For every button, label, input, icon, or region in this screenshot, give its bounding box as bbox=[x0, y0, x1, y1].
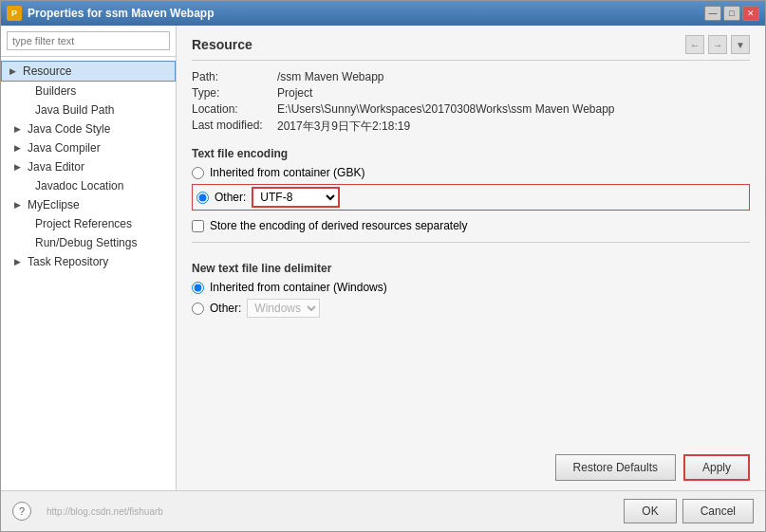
minimize-button[interactable]: — bbox=[704, 6, 721, 21]
sidebar-item-task-repository[interactable]: ▶ Task Repository bbox=[1, 252, 176, 271]
ok-button[interactable]: OK bbox=[624, 499, 676, 523]
sidebar-item-label: Java Code Style bbox=[28, 122, 110, 136]
arrow-icon: ▶ bbox=[9, 66, 19, 76]
filter-input[interactable] bbox=[7, 31, 170, 50]
location-row: Location: E:\Users\Sunny\Workspaces\2017… bbox=[192, 102, 750, 116]
arrow-icon: ▶ bbox=[14, 124, 24, 134]
sidebar-item-label: Java Compiler bbox=[28, 141, 101, 155]
divider bbox=[192, 242, 750, 243]
other-encoding-radio[interactable] bbox=[196, 192, 209, 204]
sidebar-item-label: Java Build Path bbox=[35, 103, 114, 117]
delimiter-other-label: Other: bbox=[210, 302, 241, 315]
main-content: ▶ Resource Builders Java Build Path ▶ Ja… bbox=[1, 26, 765, 490]
arrow-icon: ▶ bbox=[14, 200, 24, 210]
store-encoding-label: Store the encoding of derived resources … bbox=[210, 219, 468, 232]
close-button[interactable]: ✕ bbox=[742, 6, 759, 21]
restore-defaults-button[interactable]: Restore Defaults bbox=[555, 454, 676, 481]
sidebar-item-label: Run/Debug Settings bbox=[35, 236, 137, 249]
nav-forward-button[interactable]: → bbox=[708, 35, 727, 54]
type-row: Type: Project bbox=[192, 86, 750, 100]
title-bar: P Properties for ssm Maven Webapp — □ ✕ bbox=[1, 1, 765, 26]
bottom-buttons: OK Cancel bbox=[624, 499, 754, 523]
modified-value: 2017年3月9日下午2:18:19 bbox=[277, 119, 410, 135]
delimiter-inherited-label: Inherited from container (Windows) bbox=[210, 281, 387, 294]
delimiter-inherited-radio[interactable] bbox=[192, 282, 204, 294]
tree-area: ▶ Resource Builders Java Build Path ▶ Ja… bbox=[1, 57, 176, 490]
store-encoding-checkbox[interactable] bbox=[192, 220, 204, 232]
sidebar-item-label: Task Repository bbox=[28, 255, 108, 268]
sidebar-item-label: Project References bbox=[35, 217, 132, 230]
sidebar-item-java-editor[interactable]: ▶ Java Editor bbox=[1, 157, 176, 176]
type-value: Project bbox=[277, 86, 312, 100]
arrow-icon: ▶ bbox=[14, 143, 24, 153]
maximize-button[interactable]: □ bbox=[723, 6, 740, 21]
other-encoding-row: Other: UTF-8 GBK ISO-8859-1 US-ASCII UTF… bbox=[192, 184, 750, 211]
watermark: http://blog.csdn.net/fishuarb bbox=[39, 504, 171, 519]
sidebar-item-builders[interactable]: Builders bbox=[1, 82, 176, 101]
location-value: E:\Users\Sunny\Workspaces\20170308Works\… bbox=[277, 102, 615, 116]
sidebar-item-label: MyEclipse bbox=[28, 198, 80, 211]
sidebar-item-project-references[interactable]: Project References bbox=[1, 214, 176, 233]
delimiter-section-title: New text file line delimiter bbox=[192, 262, 750, 275]
modified-label: Last modified: bbox=[192, 119, 277, 135]
apply-button[interactable]: Apply bbox=[683, 454, 750, 481]
panel-header: Resource ← → ▼ bbox=[192, 35, 750, 61]
nav-back-button[interactable]: ← bbox=[685, 35, 704, 54]
sidebar-item-label: Builders bbox=[35, 84, 76, 98]
nav-dropdown-button[interactable]: ▼ bbox=[731, 35, 750, 54]
type-label: Type: bbox=[192, 86, 277, 100]
window-icon: P bbox=[7, 6, 22, 21]
encoding-select[interactable]: UTF-8 GBK ISO-8859-1 US-ASCII UTF-16 bbox=[252, 187, 340, 208]
inherited-gbk-row: Inherited from container (GBK) bbox=[192, 166, 750, 179]
location-label: Location: bbox=[192, 102, 277, 116]
delimiter-inherited-row: Inherited from container (Windows) bbox=[192, 281, 750, 294]
inherited-gbk-radio[interactable] bbox=[192, 167, 204, 179]
nav-arrows: ← → ▼ bbox=[685, 35, 750, 54]
sidebar-item-myeclipse[interactable]: ▶ MyEclipse bbox=[1, 195, 176, 214]
delimiter-select[interactable]: Windows Unix Mac bbox=[247, 299, 320, 318]
modified-row: Last modified: 2017年3月9日下午2:18:19 bbox=[192, 119, 750, 135]
delimiter-other-row: Other: Windows Unix Mac bbox=[192, 299, 750, 318]
delimiter-other-radio[interactable] bbox=[192, 303, 204, 315]
cancel-button[interactable]: Cancel bbox=[682, 499, 754, 523]
sidebar: ▶ Resource Builders Java Build Path ▶ Ja… bbox=[1, 26, 177, 490]
arrow-icon: ▶ bbox=[14, 257, 24, 266]
arrow-icon: ▶ bbox=[14, 162, 24, 172]
path-label: Path: bbox=[192, 70, 277, 83]
filter-box bbox=[1, 26, 176, 57]
panel-title: Resource bbox=[192, 37, 252, 52]
title-buttons: — □ ✕ bbox=[704, 6, 759, 21]
sidebar-item-label: Javadoc Location bbox=[35, 179, 123, 193]
sidebar-item-label: Java Editor bbox=[28, 160, 84, 174]
sidebar-item-label: Resource bbox=[23, 64, 71, 78]
help-button[interactable]: ? bbox=[12, 502, 31, 521]
encoding-section-title: Text file encoding bbox=[192, 147, 750, 160]
right-panel: Resource ← → ▼ Path: /ssm Maven Webapp T… bbox=[177, 26, 765, 490]
window-title: Properties for ssm Maven Webapp bbox=[28, 7, 215, 20]
other-encoding-label: Other: bbox=[215, 191, 246, 204]
path-value: /ssm Maven Webapp bbox=[277, 70, 384, 83]
sidebar-item-java-compiler[interactable]: ▶ Java Compiler bbox=[1, 138, 176, 157]
sidebar-item-resource[interactable]: ▶ Resource bbox=[1, 61, 176, 82]
sidebar-item-java-build-path[interactable]: Java Build Path bbox=[1, 101, 176, 119]
sidebar-item-run-debug[interactable]: Run/Debug Settings bbox=[1, 233, 176, 252]
store-encoding-row: Store the encoding of derived resources … bbox=[192, 219, 750, 232]
sidebar-item-java-code-style[interactable]: ▶ Java Code Style bbox=[1, 119, 176, 138]
sidebar-item-javadoc-location[interactable]: Javadoc Location bbox=[1, 176, 176, 195]
bottom-bar: ? http://blog.csdn.net/fishuarb OK Cance… bbox=[1, 490, 765, 531]
properties-window: P Properties for ssm Maven Webapp — □ ✕ … bbox=[0, 0, 766, 532]
inherited-gbk-label: Inherited from container (GBK) bbox=[210, 166, 364, 179]
path-row: Path: /ssm Maven Webapp bbox=[192, 70, 750, 83]
